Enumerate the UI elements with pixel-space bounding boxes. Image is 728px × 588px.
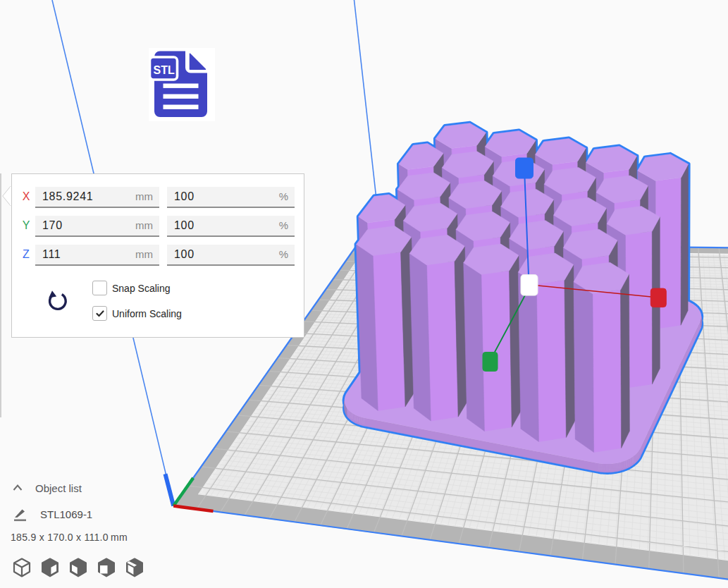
svg-text:STL: STL [154,64,175,76]
